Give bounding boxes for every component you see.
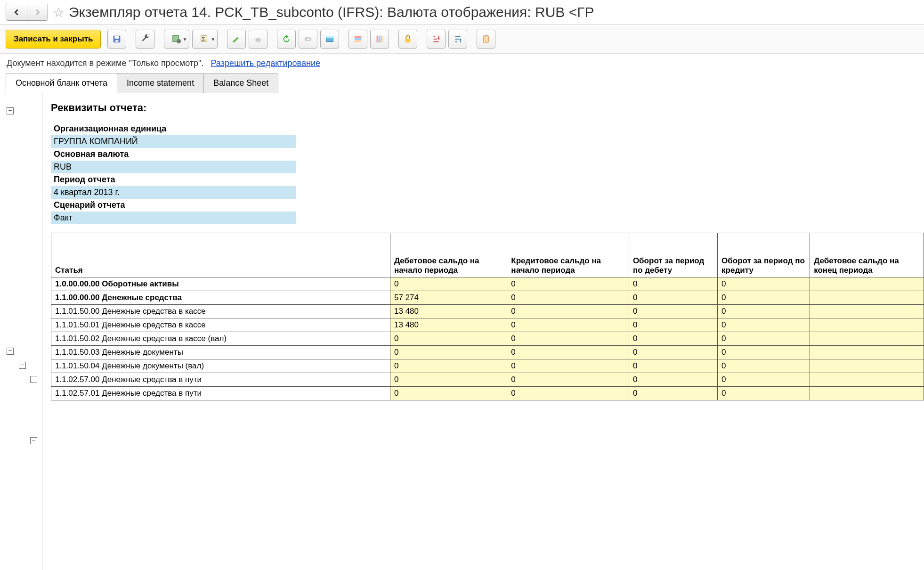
value-cell: 0 — [390, 346, 507, 359]
svg-text:Σ: Σ — [202, 36, 205, 42]
value-cell: 0 — [507, 305, 629, 318]
window-title: Экземпляр отчета 14. РСК_ТВ_subconto (IF… — [69, 4, 594, 20]
article-cell: 1.1.01.50.01 Денежные средства в кассе — [51, 318, 390, 332]
sort-asc-button[interactable] — [427, 30, 446, 49]
value-cell: 57 274 — [390, 291, 507, 305]
svg-rect-1 — [115, 36, 119, 39]
sort-desc-button[interactable] — [448, 30, 467, 49]
sum-button[interactable]: Σ ▼ — [192, 30, 218, 49]
column-header: Дебетовое сальдо на конец периода — [810, 233, 924, 277]
rows-button[interactable] — [349, 30, 367, 49]
value-cell: 0 — [390, 359, 507, 373]
nav-back-button[interactable] — [6, 4, 27, 20]
archive-button[interactable] — [320, 30, 339, 49]
value-cell: 0 — [507, 346, 629, 359]
settings-button[interactable] — [136, 30, 154, 49]
svg-rect-9 — [326, 37, 333, 39]
value-cell: 0 — [629, 318, 717, 332]
tab-1[interactable]: Income statement — [117, 73, 204, 93]
column-header: Оборот за период по кредиту — [718, 233, 810, 277]
favorite-star-icon[interactable]: ☆ — [52, 6, 65, 19]
value-cell — [810, 373, 924, 387]
eraser-icon — [253, 34, 263, 44]
link-button[interactable] — [299, 30, 317, 49]
article-cell: 1.1.02.57.00 Денежные средства в пути — [51, 373, 390, 387]
value-cell: 0 — [718, 346, 810, 359]
allow-edit-link[interactable]: Разрешить редактирование — [211, 58, 320, 68]
column-header: Дебетовое сальдо на начало периода — [390, 233, 507, 277]
value-cell — [810, 346, 924, 359]
chevron-down-icon: ▼ — [211, 37, 216, 42]
table-row[interactable]: 1.0.00.00.00 Оборотные активы0000 — [51, 277, 924, 291]
value-cell: 13 480 — [390, 318, 507, 332]
value-cell — [810, 359, 924, 373]
nav-forward-button[interactable] — [27, 4, 48, 20]
value-cell: 0 — [507, 359, 629, 373]
svg-rect-10 — [355, 36, 362, 38]
column-header: Статья — [51, 233, 390, 277]
table-row[interactable]: 1.1.01.50.00 Денежные средства в кассе13… — [51, 305, 924, 318]
clipboard-icon — [481, 34, 491, 44]
refresh-icon — [281, 34, 292, 44]
svg-rect-12 — [355, 41, 362, 42]
refresh-button[interactable] — [277, 30, 296, 49]
value-cell: 0 — [507, 291, 629, 305]
article-cell: 1.1.02.57.01 Денежные средства в пути — [51, 387, 390, 400]
tree-collapse-toggle[interactable]: − — [7, 348, 14, 355]
link-icon — [303, 34, 313, 44]
value-cell: 0 — [507, 318, 629, 332]
value-cell: 0 — [629, 305, 717, 318]
value-cell: 0 — [390, 277, 507, 291]
value-cell: 0 — [718, 318, 810, 332]
tab-0[interactable]: Основной бланк отчета — [6, 73, 117, 93]
table-gear-icon — [171, 34, 182, 44]
columns-button[interactable] — [370, 30, 389, 49]
table-config-button[interactable]: ▼ — [164, 30, 189, 49]
requisite-value: Факт — [51, 212, 296, 224]
value-cell: 0 — [507, 277, 629, 291]
tab-2[interactable]: Balance Sheet — [203, 73, 278, 93]
value-cell — [810, 291, 924, 305]
requisite-label: Период отчета — [51, 173, 296, 186]
value-cell: 0 — [390, 387, 507, 400]
table-row[interactable]: 1.1.01.50.04 Денежные документы (вал)000… — [51, 359, 924, 373]
tree-collapse-toggle[interactable]: − — [30, 437, 37, 444]
article-cell: 1.1.01.50.04 Денежные документы (вал) — [51, 359, 390, 373]
chevron-down-icon: ▼ — [183, 37, 187, 42]
rows-icon — [353, 34, 363, 44]
value-cell: 0 — [718, 291, 810, 305]
requisites-header: Реквизиты отчета: — [51, 102, 924, 114]
value-cell: 0 — [629, 346, 717, 359]
table-row[interactable]: 1.1.00.00.00 Денежные средства57 274000 — [51, 291, 924, 305]
value-cell: 0 — [507, 373, 629, 387]
save-and-close-button[interactable]: Записать и закрыть — [6, 30, 101, 49]
wrench-icon — [140, 34, 150, 44]
table-row[interactable]: 1.1.01.50.01 Денежные средства в кассе13… — [51, 318, 924, 332]
svg-rect-18 — [485, 35, 488, 37]
article-cell: 1.1.00.00.00 Денежные средства — [51, 291, 390, 305]
tree-collapse-toggle[interactable]: − — [7, 107, 14, 114]
column-header: Оборот за период по дебету — [629, 233, 717, 277]
value-cell — [810, 318, 924, 332]
value-cell: 0 — [507, 387, 629, 400]
tree-collapse-toggle[interactable]: − — [30, 376, 37, 383]
svg-rect-11 — [355, 38, 362, 40]
clipboard-button[interactable] — [477, 30, 495, 49]
drawer-icon — [324, 34, 335, 44]
edit-button[interactable] — [227, 30, 246, 49]
lock-button[interactable] — [398, 30, 417, 49]
table-row[interactable]: 1.1.01.50.03 Денежные документы0000 — [51, 346, 924, 359]
value-cell: 0 — [629, 359, 717, 373]
article-cell: 1.1.01.50.02 Денежные средства в кассе (… — [51, 332, 390, 346]
table-row[interactable]: 1.1.01.50.02 Денежные средства в кассе (… — [51, 332, 924, 346]
svg-rect-14 — [379, 36, 381, 43]
erase-button[interactable] — [249, 30, 267, 49]
save-button[interactable] — [107, 30, 126, 49]
table-row[interactable]: 1.1.02.57.01 Денежные средства в пути000… — [51, 387, 924, 400]
table-row[interactable]: 1.1.02.57.00 Денежные средства в пути000… — [51, 373, 924, 387]
value-cell: 0 — [629, 387, 717, 400]
columns-icon — [374, 34, 385, 44]
tree-collapse-toggle[interactable]: − — [19, 362, 26, 369]
value-cell: 0 — [629, 373, 717, 387]
requisite-value: ГРУППА КОМПАНИЙ — [51, 135, 296, 148]
